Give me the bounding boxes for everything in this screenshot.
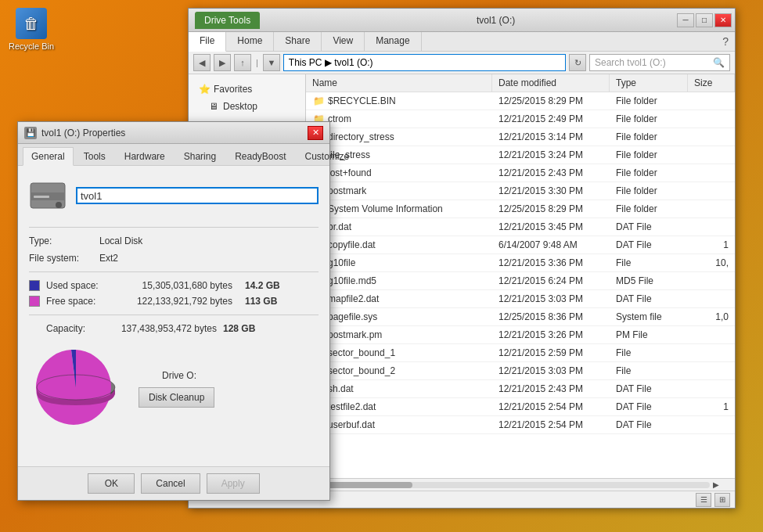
close-button[interactable]: ✕ [714,13,732,27]
file-date: 6/14/2007 9:48 AM [492,237,610,253]
used-space-gb: 14.2 GB [245,280,280,291]
address-bar[interactable]: This PC ▶ tvol1 (O:) [283,54,566,71]
table-row[interactable]: 📁 lost+found 12/21/2015 2:43 PM File fol… [306,164,735,182]
file-size [688,189,735,193]
back-button[interactable]: ◀ [193,54,211,71]
file-name: lost+found [328,167,372,178]
file-size [688,368,735,373]
file-date: 12/21/2015 2:54 PM [492,417,610,433]
free-space-gb: 113 GB [245,296,277,307]
file-type: File folder [610,111,688,127]
file-type: System file [610,309,688,325]
dialog-tab-hardware[interactable]: Hardware [116,147,174,165]
table-row[interactable]: 📄 br.dat 12/21/2015 3:45 PM DAT File [306,218,735,236]
col-size-header[interactable]: Size [688,74,735,92]
search-bar[interactable]: Search tvol1 (O:) 🔍 [589,54,730,71]
file-name: mapfile2.dat [328,293,379,304]
file-date: 12/25/2015 8:29 PM [492,93,610,109]
maximize-button[interactable]: □ [696,13,713,27]
drive-tools-tab[interactable]: Drive Tools [195,12,260,29]
table-row[interactable]: 📁 postmark 12/21/2015 3:30 PM File folde… [306,182,735,200]
file-name: $RECYCLE.BIN [328,95,396,106]
used-space-row: Used space: 15,305,031,680 bytes 14.2 GB [29,280,319,291]
table-row[interactable]: 📄 postmark.pm 12/21/2015 3:26 PM PM File [306,326,735,344]
file-size [688,332,735,337]
drive-name-input[interactable] [76,187,319,204]
table-row[interactable]: 📄 sector_bound_1 12/21/2015 2:59 PM File [306,344,735,362]
refresh-button[interactable]: ↻ [569,54,586,71]
recent-locations-button[interactable]: ▼ [263,54,280,71]
table-row[interactable]: 📁 System Volume Information 12/25/2015 8… [306,200,735,218]
dialog-tab-customize[interactable]: Customize [297,147,358,165]
file-date: 12/21/2015 6:24 PM [492,273,610,289]
file-name: sector_bound_2 [328,365,395,376]
col-type-header[interactable]: Type [610,74,688,92]
tab-file[interactable]: File [189,32,226,52]
file-size: 1 [688,237,735,253]
folder-icon: 📁 [312,95,325,107]
table-row[interactable]: 📄 userbuf.dat 12/21/2015 2:54 PM DAT Fil… [306,416,735,434]
dialog-tab-readyboost[interactable]: ReadyBoost [226,147,294,165]
file-type: DAT File [610,237,688,253]
star-icon: ⭐ [198,83,211,95]
table-row[interactable]: 📄 g10file 12/21/2015 3:36 PM File 10, [306,254,735,272]
dialog-tab-sharing[interactable]: Sharing [175,147,225,165]
dialog-tab-general[interactable]: General [23,147,74,166]
file-date: 12/21/2015 3:14 PM [492,129,610,145]
table-row[interactable]: 📄 copyfile.dat 6/14/2007 9:48 AM DAT Fil… [306,236,735,254]
table-row[interactable]: 📁 ctrom 12/21/2015 2:49 PM File folder [306,110,735,128]
sidebar-item-favorites[interactable]: ⭐ Favorites [192,81,302,98]
col-date-header[interactable]: Date modified [492,74,610,92]
tab-share[interactable]: Share [274,32,322,51]
tab-manage[interactable]: Manage [365,32,421,51]
filesystem-value: Ext2 [99,253,118,264]
file-size [688,350,735,355]
nav-bar: ◀ ▶ ↑ | ▼ This PC ▶ tvol1 (O:) ↻ Search … [189,52,735,74]
ok-button[interactable]: OK [88,473,135,494]
table-row[interactable]: 📁 file_stress 12/21/2015 3:24 PM File fo… [306,146,735,164]
svg-rect-3 [34,196,49,198]
type-value: Local Disk [99,235,142,246]
free-space-row: Free space: 122,133,921,792 bytes 113 GB [29,296,319,307]
dialog-tab-tools[interactable]: Tools [75,147,114,165]
minimize-button[interactable]: ─ [677,13,694,27]
file-date: 12/25/2015 8:36 PM [492,309,610,325]
file-size [688,225,735,229]
tab-home[interactable]: Home [226,32,274,51]
file-date: 12/21/2015 3:36 PM [492,255,610,271]
search-icon: 🔍 [713,57,725,68]
disk-cleanup-button[interactable]: Disk Cleanup [139,387,214,408]
file-name: br.dat [328,221,351,232]
cancel-button[interactable]: Cancel [141,473,200,494]
table-row[interactable]: ⚙ pagefile.sys 12/25/2015 8:36 PM System… [306,308,735,326]
table-row[interactable]: 📄 sh.dat 12/21/2015 2:43 PM DAT File [306,380,735,398]
apply-button[interactable]: Apply [207,473,260,494]
file-name: postmark [328,185,366,196]
file-type: DAT File [610,219,688,235]
file-type: DAT File [610,291,688,307]
table-row[interactable]: 📄 mapfile2.dat 12/21/2015 3:03 PM DAT Fi… [306,290,735,308]
details-view-button[interactable]: ☰ [696,493,711,507]
recycle-bin-icon[interactable]: 🗑 Recycle Bin [8,8,55,52]
help-button[interactable]: ? [716,32,735,51]
table-row[interactable]: 📁 $RECYCLE.BIN 12/25/2015 8:29 PM File f… [306,92,735,110]
file-size: 1 [688,399,735,415]
large-icons-view-button[interactable]: ⊞ [714,493,730,507]
sidebar-item-desktop[interactable]: 🖥 Desktop [192,98,302,115]
file-name: directory_stress [328,131,394,142]
explorer-title: tvol1 (O:) [263,15,729,26]
filesystem-label: File system: [29,253,99,264]
capacity-bytes: 137,438,953,472 bytes [107,323,217,334]
tab-view[interactable]: View [322,32,365,51]
dialog-close-button[interactable]: ✕ [308,126,323,140]
file-name: userbuf.dat [328,419,375,430]
table-row[interactable]: 📄 testfile2.dat 12/21/2015 2:54 PM DAT F… [306,398,735,416]
file-date: 12/21/2015 3:24 PM [492,147,610,163]
col-name-header[interactable]: Name [306,74,492,92]
up-button[interactable]: ↑ [234,54,251,71]
table-row[interactable]: 📄 sector_bound_2 12/21/2015 3:03 PM File [306,362,735,380]
file-type: MD5 File [610,273,688,289]
table-row[interactable]: 📄 g10file.md5 12/21/2015 6:24 PM MD5 Fil… [306,272,735,290]
forward-button[interactable]: ▶ [214,54,231,71]
table-row[interactable]: 📁 directory_stress 12/21/2015 3:14 PM Fi… [306,128,735,146]
